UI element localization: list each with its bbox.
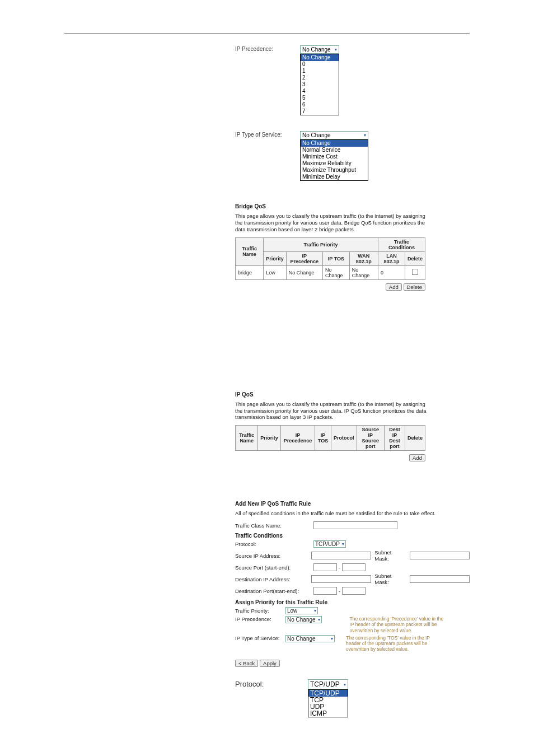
protocol-figure-select[interactable]: TCP/UDP ▾ (308, 679, 348, 689)
option-maximize-reliability[interactable]: Maximize Reliability (301, 160, 368, 167)
option-normal-service[interactable]: Normal Service (301, 147, 368, 153)
ip-tos-selected: No Change (302, 132, 331, 138)
chevron-down-icon: ▾ (335, 47, 337, 52)
protocol-select[interactable]: TCP/UDP▾ (313, 540, 346, 548)
ip-precedence-select[interactable]: No Change ▾ (300, 45, 339, 54)
option-icmp[interactable]: ICMP (308, 710, 348, 717)
protocol-figure-selected: TCP/UDP (310, 680, 340, 688)
src-ip-input[interactable] (311, 552, 371, 559)
ip-tos-figure: IP Type of Service: No Change ▾ No Chang… (235, 131, 470, 181)
back-button[interactable]: < Back (235, 660, 258, 667)
cell-tos: No Change (322, 265, 349, 279)
th-dest: Dest IP Dest port (385, 426, 405, 451)
ip-tos-options[interactable]: No Change Normal Service Minimize Cost M… (300, 139, 368, 181)
ip-precedence-options[interactable]: No Change 0 1 2 3 4 5 6 7 (300, 54, 339, 115)
table-row: bridge Low No Change No Change No Change… (236, 265, 425, 279)
option-no-change[interactable]: No Change (301, 54, 339, 61)
apply-button[interactable]: Apply (260, 660, 280, 667)
th-priority: Priority (258, 426, 281, 451)
cell-prec: No Change (286, 265, 322, 279)
traffic-class-label: Traffic Class Name: (235, 522, 313, 529)
th-wan-8021p: WAN 802.1p (349, 251, 378, 265)
add-button[interactable]: Add (409, 454, 425, 461)
option-maximize-throughput[interactable]: Maximize Throughput (301, 167, 368, 174)
th-delete: Delete (405, 251, 425, 265)
th-delete: Delete (405, 426, 425, 451)
add-button[interactable]: Add (386, 283, 402, 291)
th-ip-precedence: IP Precedence (280, 426, 315, 451)
option-minimize-delay[interactable]: Minimize Delay (301, 174, 368, 180)
th-traffic-name: Traffic Name (236, 237, 264, 265)
dst-port-end-input[interactable] (342, 587, 366, 595)
cell-lan: 0 (378, 265, 405, 279)
th-priority: Priority (264, 251, 287, 265)
option-5[interactable]: 5 (301, 95, 339, 101)
tos-hint: The corresponding 'TOS' value in the IP … (346, 635, 444, 652)
cell-priority: Low (264, 265, 287, 279)
protocol-figure: Protocol: TCP/UDP ▾ TCP/UDP TCP UDP ICMP (235, 679, 470, 717)
th-group-priority: Traffic Priority (264, 237, 378, 251)
chevron-down-icon: ▾ (342, 542, 344, 547)
cell-wan: No Change (349, 265, 378, 279)
ip-qos-table: Traffic Name Priority IP Precedence IP T… (235, 425, 425, 451)
src-port-label: Source Port (start-end): (235, 564, 313, 571)
option-4[interactable]: 4 (301, 88, 339, 95)
ip-qos-panel: IP QoS This page allows you to classify … (64, 391, 470, 462)
subnet-label-2: Subnet Mask: (374, 573, 406, 585)
traffic-class-input[interactable] (313, 521, 397, 529)
th-ip-tos: IP TOS (322, 251, 349, 265)
option-0[interactable]: 0 (301, 61, 339, 68)
th-ip-tos: IP TOS (315, 426, 331, 451)
src-ip-label: Source IP Address: (235, 553, 311, 559)
option-2[interactable]: 2 (301, 74, 339, 81)
src-subnet-input[interactable] (410, 552, 470, 559)
option-7[interactable]: 7 (301, 108, 339, 115)
ip-qos-title: IP QoS (235, 391, 470, 398)
chevron-down-icon: ▾ (314, 608, 316, 613)
subnet-label: Subnet Mask: (374, 549, 406, 562)
bridge-qos-title: Bridge QoS (235, 203, 470, 209)
ip-tos-label-2: IP Type of Service: (235, 635, 285, 641)
ip-precedence-selected: No Change (302, 46, 331, 53)
cell-name: bridge (236, 265, 264, 279)
ip-precedence-label-2: IP Precedence: (235, 616, 285, 622)
th-group-conditions: Traffic Conditions (378, 237, 425, 251)
traffic-priority-select[interactable]: Low▾ (285, 607, 318, 614)
option-no-change[interactable]: No Change (301, 140, 368, 147)
precedence-hint: The corresponding 'Precedence' value in … (350, 616, 448, 633)
ip-qos-desc: This page allows you to classify the ups… (235, 401, 434, 421)
ip-precedence-label: IP Precedence: (235, 45, 300, 52)
dst-ip-label: Destination IP Address: (235, 576, 311, 582)
th-traffic-name: Traffic Name (236, 426, 258, 451)
option-6[interactable]: 6 (301, 101, 339, 108)
delete-button[interactable]: Delete (404, 283, 425, 291)
ip-tos-select-2[interactable]: No Change▾ (285, 635, 335, 642)
protocol-figure-label: Protocol: (235, 679, 308, 688)
bridge-qos-panel: Bridge QoS This page allows you to class… (64, 203, 470, 291)
option-minimize-cost[interactable]: Minimize Cost (301, 153, 368, 160)
ip-precedence-figure: IP Precedence: No Change ▾ No Change 0 1… (235, 45, 470, 115)
chevron-down-icon: ▾ (364, 133, 366, 138)
th-source: Source IP Source port (357, 426, 385, 451)
dst-ip-input[interactable] (311, 575, 371, 583)
chevron-down-icon: ▾ (318, 617, 320, 622)
src-port-end-input[interactable] (342, 563, 366, 571)
option-1[interactable]: 1 (301, 68, 339, 74)
option-3[interactable]: 3 (301, 81, 339, 88)
dst-port-start-input[interactable] (313, 587, 337, 595)
delete-checkbox[interactable] (412, 269, 418, 275)
src-port-start-input[interactable] (313, 563, 337, 571)
ip-tos-label: IP Type of Service: (235, 131, 300, 138)
bridge-qos-desc: This page allows you to classify the ups… (235, 213, 425, 233)
ip-tos-select[interactable]: No Change ▾ (300, 131, 368, 139)
dst-subnet-input[interactable] (410, 575, 470, 583)
add-rule-title: Add New IP QoS Traffic Rule (235, 501, 470, 507)
chevron-down-icon: ▾ (331, 636, 333, 641)
th-ip-precedence: IP Precedence (286, 251, 322, 265)
dash: - (339, 564, 340, 571)
assign-priority-heading: Assign Priority for this Traffic Rule (235, 599, 470, 605)
traffic-priority-label: Traffic Priority: (235, 608, 285, 614)
protocol-figure-options[interactable]: TCP/UDP TCP UDP ICMP (308, 689, 348, 717)
th-protocol: Protocol (331, 426, 357, 451)
ip-precedence-select-2[interactable]: No Change▾ (285, 616, 322, 623)
